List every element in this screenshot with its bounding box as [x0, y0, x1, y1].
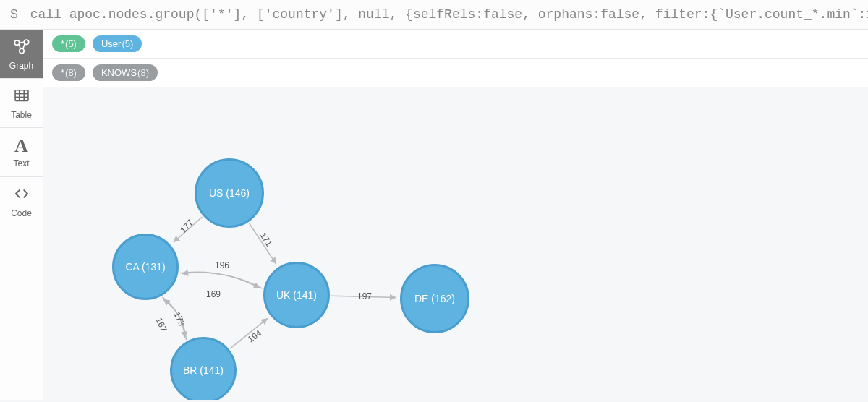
pill-count: (8) — [65, 67, 77, 78]
pill-text: User — [101, 38, 121, 49]
graph-node-br[interactable]: BR (141) — [170, 337, 237, 400]
edge[interactable] — [182, 273, 263, 288]
tab-text[interactable]: A Text — [0, 128, 43, 177]
svg-rect-6 — [15, 90, 28, 101]
rel-label-bar: *(8) KNOWS(8) — [43, 59, 868, 87]
graph-canvas[interactable]: US (146)CA (131)UK (141)BR (141)DE (162)… — [43, 87, 868, 400]
content: Graph Table A Text Code — [0, 30, 868, 400]
edge-label: 196 — [213, 260, 231, 270]
graph-node-us[interactable]: US (146) — [195, 158, 264, 228]
tab-graph-label: Graph — [9, 61, 33, 71]
svg-line-5 — [19, 42, 24, 43]
edge-label: 197 — [356, 291, 373, 302]
tab-table[interactable]: Table — [0, 79, 43, 128]
tab-table-label: Table — [11, 110, 32, 120]
svg-point-1 — [24, 40, 29, 45]
pill-user[interactable]: User(5) — [93, 35, 142, 52]
tab-code[interactable]: Code — [0, 177, 43, 226]
node-label-bar: *(5) User(5) — [43, 30, 868, 59]
main: *(5) User(5) *(8) KNOWS(8) — [43, 30, 868, 400]
query-text: call apoc.nodes.group(['*'], ['country']… — [30, 7, 868, 22]
graph-node-uk[interactable]: UK (141) — [263, 262, 330, 328]
pill-text: * — [61, 38, 64, 49]
pill-text: KNOWS — [101, 67, 137, 78]
pill-text: * — [61, 67, 64, 78]
query-bar[interactable]: $ call apoc.nodes.group(['*'], ['country… — [0, 0, 868, 30]
text-icon: A — [14, 137, 28, 155]
edge-label: 169 — [205, 289, 222, 299]
pill-all-nodes[interactable]: *(5) — [52, 35, 85, 52]
tab-text-label: Text — [13, 158, 29, 168]
pill-count: (5) — [65, 38, 77, 49]
tab-graph[interactable]: Graph — [0, 30, 43, 79]
pill-knows[interactable]: KNOWS(8) — [93, 64, 158, 81]
svg-line-3 — [18, 44, 20, 49]
pill-count: (8) — [137, 67, 149, 78]
sidebar: Graph Table A Text Code — [0, 30, 43, 400]
prompt-symbol: $ — [10, 7, 18, 22]
graph-node-ca[interactable]: CA (131) — [112, 234, 179, 300]
graph-node-de[interactable]: DE (162) — [400, 264, 469, 333]
pill-all-rels[interactable]: *(8) — [52, 64, 85, 81]
graph-icon — [12, 37, 31, 58]
tab-code-label: Code — [11, 208, 32, 218]
table-icon — [12, 86, 31, 107]
pill-count: (5) — [122, 38, 133, 49]
code-icon — [12, 184, 31, 205]
svg-line-4 — [22, 44, 24, 49]
